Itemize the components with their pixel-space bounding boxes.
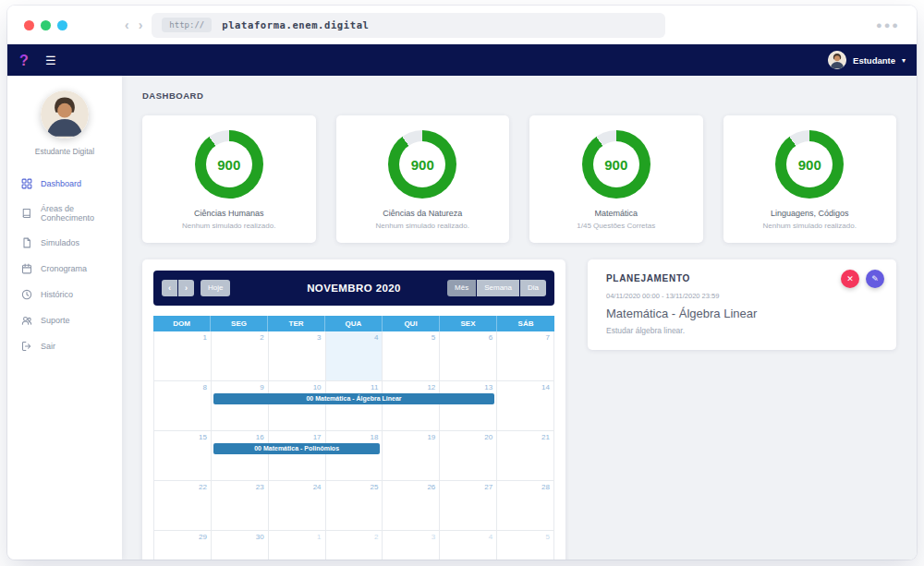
sidebar-item-cronograma[interactable]: Cronograma (7, 256, 122, 282)
back-icon[interactable]: ‹ (125, 18, 129, 31)
calendar-next-button[interactable]: › (178, 280, 194, 297)
close-window-button[interactable] (24, 20, 34, 30)
calendar-day[interactable]: 7 (497, 331, 554, 381)
sidebar-item-label: Áreas de Conhecimento (41, 204, 108, 223)
day-number: 13 (484, 383, 492, 391)
edit-plan-button[interactable]: ✎ (866, 270, 884, 288)
calendar-week: 22232425262728 (154, 481, 554, 531)
calendar-day[interactable]: 27 (440, 481, 497, 531)
calendar-day[interactable]: 14 (497, 381, 554, 431)
view-button-dia[interactable]: Dia (520, 280, 546, 296)
stats-row: 900Ciências HumanasNenhum simulado reali… (142, 115, 896, 243)
calendar-day[interactable]: 4 (326, 331, 383, 381)
planning-title: PLANEJAMENTO (606, 273, 878, 283)
calendar-prev-button[interactable]: ‹ (162, 280, 177, 297)
sidebar-item-historico[interactable]: Histórico (7, 282, 122, 307)
day-number: 30 (256, 533, 264, 541)
day-header: SÁB (497, 316, 554, 331)
calendar-day[interactable]: 29 (154, 531, 212, 560)
calendar-week: 293012345 (154, 531, 554, 560)
view-button-semana[interactable]: Semana (477, 280, 519, 296)
calendar-day[interactable]: 15 (154, 431, 212, 481)
protocol-badge: http:// (162, 18, 212, 32)
calendar-card: ‹ › Hoje NOVEMBRO 2020 MêsSemanaDia DOMS… (142, 259, 565, 560)
calendar-day[interactable]: 1 (269, 531, 326, 560)
day-header: QUI (383, 316, 440, 331)
avatar (41, 90, 89, 138)
calendar-day[interactable]: 13 (440, 381, 497, 431)
calendar-day[interactable]: 5 (497, 531, 554, 560)
stat-card: 900Ciências da NaturezaNenhum simulado r… (336, 115, 510, 243)
donut-chart: 900 (775, 130, 844, 199)
day-number: 23 (256, 483, 264, 491)
sidebar-item-dashboard[interactable]: Dashboard (7, 171, 122, 197)
calendar-day[interactable]: 23 (212, 481, 269, 531)
url-field[interactable]: http:// plataforma.enem.digital (152, 13, 665, 38)
history-icon (21, 289, 32, 300)
maximize-window-button[interactable] (57, 20, 67, 30)
calendar-day[interactable]: 5 (383, 331, 440, 381)
calendar-day[interactable]: 9 (212, 381, 269, 431)
calendar-day[interactable]: 4 (440, 531, 497, 560)
calendar-event[interactable]: 00 Matemática - Polinômios (213, 443, 381, 454)
delete-plan-button[interactable]: ✕ (841, 270, 859, 288)
sidebar-item-simulados[interactable]: Simulados (7, 230, 122, 256)
calendar-day[interactable]: 21 (497, 431, 554, 481)
calendar-day[interactable]: 12 (383, 381, 440, 431)
day-number: 19 (427, 433, 435, 441)
calendar-today-button[interactable]: Hoje (201, 280, 230, 296)
calendar-day[interactable]: 16 (212, 431, 269, 481)
calendar-day[interactable]: 2 (326, 531, 383, 560)
calendar-day[interactable]: 26 (383, 481, 440, 531)
calendar-event[interactable]: 00 Matemática - Álgebra Linear (213, 393, 494, 404)
stat-card: 900Matemática1/45 Questões Corretas (529, 115, 703, 243)
forward-icon[interactable]: › (139, 18, 143, 31)
calendar-day[interactable]: 24 (269, 481, 326, 531)
day-number: 4 (489, 533, 492, 541)
view-button-mes[interactable]: Mês (447, 280, 476, 296)
calendar-day[interactable]: 3 (269, 331, 326, 381)
calendar-header: ‹ › Hoje NOVEMBRO 2020 MêsSemanaDia (153, 271, 554, 306)
calendar-day[interactable]: 10 (269, 381, 326, 431)
browser-topbar: ‹ › http:// plataforma.enem.digital ●●● (7, 6, 917, 44)
donut-value: 900 (786, 141, 833, 187)
day-number: 9 (260, 383, 263, 391)
minimize-window-button[interactable] (41, 20, 51, 30)
calendar-day[interactable]: 3 (383, 531, 440, 560)
calendar-day[interactable]: 2 (212, 331, 269, 381)
user-menu[interactable]: Estudante ▾ (828, 51, 906, 69)
sidebar-item-suporte[interactable]: Suporte (7, 307, 122, 333)
calendar-day[interactable]: 22 (154, 481, 212, 531)
app-body: Estudante Digital DashboardÁreas de Conh… (7, 76, 917, 560)
sidebar-item-sair[interactable]: Sair (7, 333, 122, 359)
calendar-day[interactable]: 30 (212, 531, 269, 560)
day-number: 14 (541, 383, 550, 391)
day-number: 17 (313, 433, 322, 441)
stat-title: Linguagens, Códigos (731, 209, 890, 218)
calendar-day[interactable]: 11 (326, 381, 383, 431)
day-number: 16 (256, 433, 264, 441)
stat-subtitle: Nenhum simulado realizado. (344, 222, 503, 230)
enem-digital-logo-icon: ? (18, 52, 32, 69)
browser-menu-icon[interactable]: ●●● (876, 19, 900, 30)
traffic-lights (24, 20, 67, 30)
users-icon (21, 315, 32, 326)
app-navbar: ? ☰ Estudante ▾ (7, 44, 917, 76)
calendar-day[interactable]: 20 (440, 431, 497, 481)
hamburger-menu-icon[interactable]: ☰ (45, 54, 56, 66)
calendar-day[interactable]: 28 (497, 481, 554, 531)
calendar-day[interactable]: 6 (440, 331, 497, 381)
calendar-day[interactable]: 19 (383, 431, 440, 481)
calendar-day[interactable]: 17 (269, 431, 326, 481)
calendar-day[interactable]: 1 (154, 331, 212, 381)
calendar-day[interactable]: 25 (326, 481, 383, 531)
day-header: SEX (440, 316, 497, 331)
day-number: 1 (202, 333, 206, 342)
day-number: 8 (202, 383, 206, 391)
calendar-day[interactable]: 8 (154, 381, 212, 431)
calendar-day[interactable]: 18 (326, 431, 383, 481)
donut-chart: 900 (388, 130, 456, 199)
sidebar-item-areas-de-conhecimento[interactable]: Áreas de Conhecimento (7, 197, 122, 230)
donut-value: 900 (206, 141, 252, 187)
day-number: 12 (427, 383, 435, 391)
